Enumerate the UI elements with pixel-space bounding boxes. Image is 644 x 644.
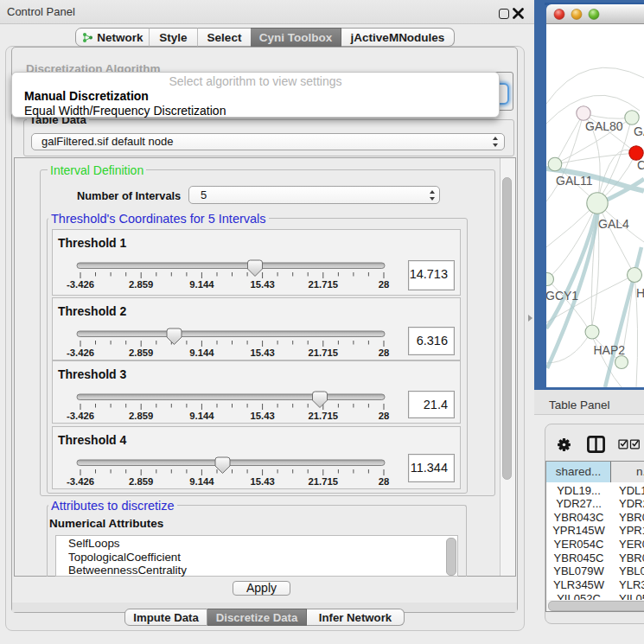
- svg-text:15.43: 15.43: [250, 476, 274, 487]
- svg-text:21.715: 21.715: [309, 348, 339, 358]
- svg-text:15.43: 15.43: [250, 279, 274, 290]
- svg-text:28: 28: [379, 476, 390, 487]
- svg-text:9.144: 9.144: [189, 476, 214, 487]
- svg-text:HAP2: HAP2: [594, 343, 626, 357]
- svg-text:2.859: 2.859: [129, 476, 153, 487]
- svg-text:15.43: 15.43: [250, 348, 274, 358]
- svg-text:GAL4: GAL4: [598, 217, 629, 231]
- svg-text:2.859: 2.859: [129, 348, 153, 358]
- svg-text:28: 28: [379, 411, 390, 421]
- svg-text:2.859: 2.859: [129, 411, 153, 421]
- svg-text:-3.426: -3.426: [67, 411, 94, 421]
- svg-text:GA: GA: [634, 124, 644, 138]
- svg-text:GAL80: GAL80: [585, 119, 623, 133]
- svg-text:9.144: 9.144: [189, 411, 214, 421]
- svg-text:21.715: 21.715: [309, 476, 339, 487]
- svg-text:28: 28: [379, 279, 390, 290]
- svg-text:-3.426: -3.426: [67, 348, 94, 358]
- svg-text:9.144: 9.144: [189, 279, 214, 290]
- svg-text:C: C: [637, 158, 644, 172]
- svg-text:9.144: 9.144: [189, 348, 214, 358]
- svg-text:-3.426: -3.426: [67, 279, 94, 290]
- svg-text:21.715: 21.715: [309, 411, 339, 421]
- svg-text:GCY1: GCY1: [546, 289, 578, 303]
- svg-text:15.43: 15.43: [250, 411, 274, 421]
- svg-text:GAL11: GAL11: [556, 174, 593, 188]
- svg-text:28: 28: [379, 348, 390, 358]
- svg-text:H: H: [636, 286, 644, 300]
- svg-text:2.859: 2.859: [129, 279, 153, 290]
- svg-text:21.715: 21.715: [309, 279, 339, 290]
- svg-text:-3.426: -3.426: [67, 476, 94, 487]
